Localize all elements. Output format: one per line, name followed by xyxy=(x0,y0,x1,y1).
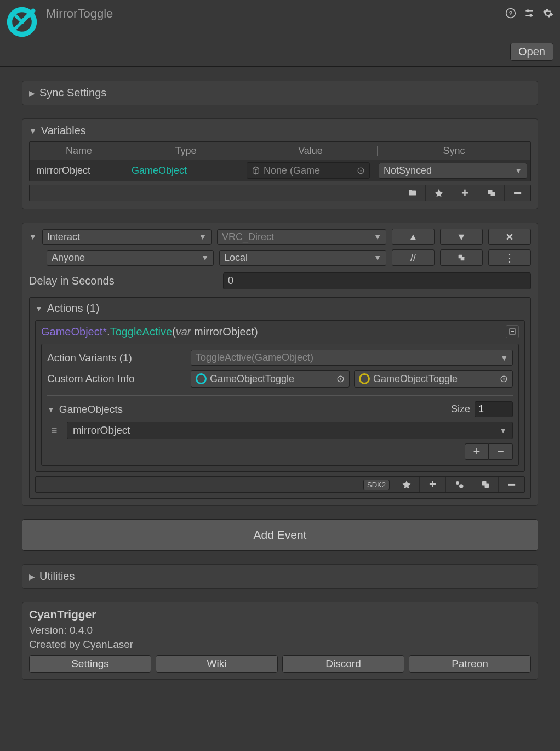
svg-point-13 xyxy=(456,481,459,485)
comment-button[interactable]: // xyxy=(392,249,435,266)
variables-foldout[interactable]: ▼ Variables xyxy=(29,124,531,137)
divider xyxy=(47,395,513,396)
custom-info-chip-2[interactable]: GameObjectToggle ⊙ xyxy=(354,370,513,388)
size-input[interactable] xyxy=(475,401,513,417)
gameobject-value: mirrorObject xyxy=(73,424,130,436)
sdk-tag[interactable]: SDK2 xyxy=(363,480,390,490)
event-target-dropdown[interactable]: Local ▼ xyxy=(219,250,386,266)
chevron-down-icon: ▼ xyxy=(201,253,209,262)
remove-gameobject-button[interactable]: − xyxy=(489,443,513,460)
local-button[interactable] xyxy=(445,477,472,492)
custom-info-chip-1[interactable]: GameObjectToggle ⊙ xyxy=(191,370,350,388)
event-trigger-dropdown[interactable]: Interact ▼ xyxy=(42,229,212,245)
move-up-button[interactable]: ▲ xyxy=(392,229,435,245)
object-picker-icon[interactable]: ⊙ xyxy=(336,373,345,385)
variable-value: None (Game xyxy=(264,165,320,177)
sync-settings-foldout[interactable]: ▶ Sync Settings xyxy=(29,87,531,99)
actions-box: ▼ Actions (1) GameObject*.ToggleActive(v… xyxy=(29,297,531,499)
size-label: Size xyxy=(451,403,470,415)
sync-value: NotSynced xyxy=(384,165,432,177)
discord-button[interactable]: Discord xyxy=(282,655,404,673)
add-event-button[interactable]: Add Event xyxy=(22,519,538,551)
col-name: Name xyxy=(30,142,128,160)
actions-foldout[interactable]: ▼ Actions (1) xyxy=(35,302,525,315)
sync-settings-panel: ▶ Sync Settings xyxy=(22,81,538,105)
chevron-down-icon: ▼ xyxy=(515,166,522,175)
add-action-button[interactable]: + xyxy=(419,477,445,492)
favorite-button[interactable] xyxy=(393,477,419,492)
settings-button[interactable]: Settings xyxy=(29,655,151,673)
chevron-down-icon: ▼ xyxy=(374,253,381,262)
variable-sync-dropdown[interactable]: NotSynced ▼ xyxy=(379,163,527,179)
event-panel: ▼ Interact ▼ VRC_Direct ▼ ▲ ▼ Anyone ▼ L… xyxy=(22,223,538,506)
variables-label: Variables xyxy=(41,124,86,137)
action-signature[interactable]: GameObject*.ToggleActive(var mirrorObjec… xyxy=(41,325,258,338)
variables-panel: ▼ Variables Name Type Value Sync mirrorO… xyxy=(22,118,538,209)
add-gameobject-button[interactable]: + xyxy=(465,443,489,460)
remove-action-button[interactable]: − xyxy=(498,477,524,492)
duplicate-action-button[interactable] xyxy=(472,477,498,492)
delete-event-button[interactable] xyxy=(488,229,531,245)
sync-settings-label: Sync Settings xyxy=(39,87,106,99)
copy-button[interactable] xyxy=(440,249,483,266)
variable-row[interactable]: mirrorObject GameObject None (Game ⊙ Not… xyxy=(30,160,530,181)
duplicate-button[interactable] xyxy=(478,185,504,201)
chevron-down-icon: ▼ xyxy=(47,405,55,414)
chevron-right-icon: ▶ xyxy=(29,572,35,581)
gear-icon[interactable] xyxy=(542,8,553,21)
action-item: GameObject*.ToggleActive(var mirrorObjec… xyxy=(35,320,525,472)
gameobjects-foldout[interactable]: ▼ GameObjects xyxy=(47,403,123,416)
gameobject-buttons: + − xyxy=(47,443,513,460)
variable-value-field[interactable]: None (Game ⊙ xyxy=(247,162,370,179)
svg-rect-16 xyxy=(484,484,489,488)
copy-icon xyxy=(457,253,466,262)
utilities-label: Utilities xyxy=(39,570,75,583)
open-button[interactable]: Open xyxy=(510,43,553,61)
minus-square-icon xyxy=(509,328,516,335)
svg-rect-10 xyxy=(461,257,465,261)
patreon-button[interactable]: Patreon xyxy=(409,655,531,673)
drag-handle-icon[interactable]: ≡ xyxy=(47,425,61,436)
divider xyxy=(0,66,560,67)
actions-toolbar: SDK2 + − xyxy=(35,476,525,493)
wiki-button[interactable]: Wiki xyxy=(156,655,278,673)
event-usergate-dropdown[interactable]: Anyone ▼ xyxy=(47,250,214,266)
yellow-ring-icon xyxy=(359,373,370,384)
remove-button[interactable]: − xyxy=(504,185,530,201)
favorite-button[interactable] xyxy=(425,185,452,201)
more-button[interactable]: ⋮ xyxy=(488,249,531,266)
svg-text:?: ? xyxy=(508,9,512,16)
col-sync: Sync xyxy=(378,142,530,160)
add-button[interactable]: + xyxy=(452,185,478,201)
event-broadcast-dropdown[interactable]: VRC_Direct ▼ xyxy=(217,229,386,245)
object-picker-icon[interactable]: ⊙ xyxy=(500,373,508,385)
variants-dropdown[interactable]: ToggleActive(GameObject) ▼ xyxy=(191,350,513,366)
event-trigger-value: Interact xyxy=(47,231,80,243)
footer-panel: CyanTrigger Version: 0.4.0 Created by Cy… xyxy=(22,602,538,680)
footer-title: CyanTrigger xyxy=(29,608,531,621)
actions-label: Actions (1) xyxy=(47,302,100,315)
chevron-down-icon: ▼ xyxy=(199,232,207,241)
chevron-down-icon[interactable]: ▼ xyxy=(29,232,37,241)
collapse-action-button[interactable] xyxy=(506,325,519,338)
delay-input[interactable] xyxy=(223,272,531,289)
svg-point-5 xyxy=(527,10,529,12)
variables-toolbar: + − xyxy=(29,185,531,201)
variables-header: Name Type Value Sync xyxy=(30,142,530,160)
sliders-icon[interactable] xyxy=(524,8,535,21)
variants-label: Action Variants (1) xyxy=(47,352,185,364)
gameobject-dropdown[interactable]: mirrorObject ▼ xyxy=(67,422,513,439)
move-down-button[interactable]: ▼ xyxy=(440,229,483,245)
custom-info-label: Custom Action Info xyxy=(47,373,185,385)
variable-type: GameObject xyxy=(132,165,243,177)
svg-point-6 xyxy=(530,15,532,16)
close-icon xyxy=(505,232,514,241)
utilities-foldout[interactable]: ▶ Utilities xyxy=(29,570,531,583)
delay-label: Delay in Seconds xyxy=(29,275,218,287)
chevron-down-icon: ▼ xyxy=(29,127,37,135)
object-picker-icon[interactable]: ⊙ xyxy=(357,164,365,177)
chevron-right-icon: ▶ xyxy=(29,89,35,98)
page-title: MirrorToggle xyxy=(46,7,505,21)
folder-button[interactable] xyxy=(399,185,425,201)
help-icon[interactable]: ? xyxy=(505,8,516,21)
